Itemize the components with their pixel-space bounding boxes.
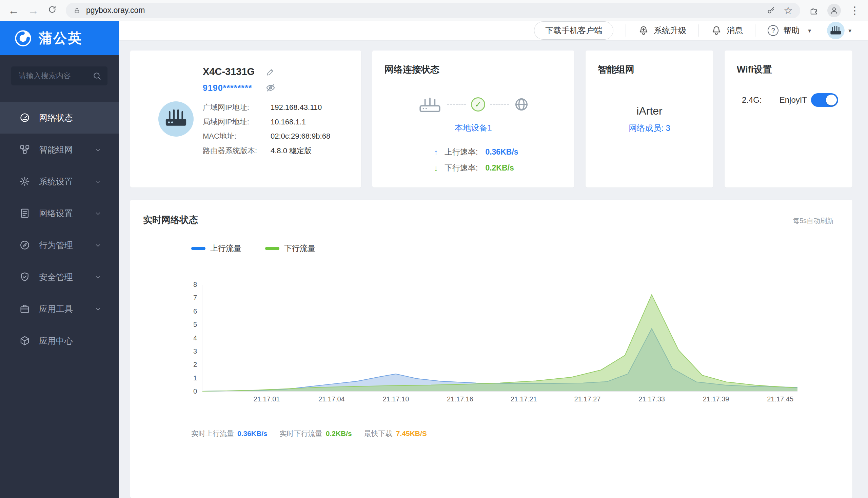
connection-status-card: 网络连接状态 ✓ 本地设备1 ↑ 上行速率: 0.36KB/s [372,51,574,187]
nodes-icon [19,144,30,155]
chart-stat-value: 0.2KB/s [326,430,352,438]
download-rate-label: 下行速率: [445,163,478,173]
upgrade-bell-icon [638,25,649,36]
person-icon [830,6,839,15]
sidebar-item-7[interactable]: 应用中心 [0,325,119,357]
chevron-down-icon [94,241,102,249]
globe-icon [514,96,529,112]
sidebar-item-6[interactable]: 应用工具 [0,293,119,325]
wifi-band-label: 2.4G: [742,95,762,105]
legend-label: 上行流量 [210,243,241,253]
chart-stat-value: 0.36KB/s [237,430,267,438]
chart-stat: 最快下载7.45KB/S [364,429,427,438]
router-image [158,101,194,136]
topbar: 下载手机客户端 系统升级 消息 ? 帮助 ▼ [119,21,868,40]
up-arrow-icon: ↑ [432,147,440,157]
sidebar-item-label: 应用工具 [39,303,73,315]
device-detail-label: 路由器系统版本: [203,146,271,156]
sidebar-item-0[interactable]: 网络状态 [0,102,119,134]
password-key-icon[interactable] [767,6,775,15]
browser-menu-icon[interactable]: ⋮ [850,4,860,16]
legend-item: 下行流量 [265,243,315,253]
x-axis-label: 21:17:10 [377,395,414,403]
back-button[interactable]: ← [8,5,19,16]
sidebar-item-3[interactable]: 网络设置 [0,197,119,229]
sidebar-menu: 网络状态智能组网系统设置网络设置行为管理安全管理应用工具应用中心 [0,102,119,357]
legend-swatch [265,247,279,250]
upload-rate-value: 0.36KB/s [485,147,518,157]
url-bar[interactable]: pgybox.oray.com ☆ [66,3,800,18]
bookmark-star-icon[interactable]: ☆ [784,4,793,16]
forward-button[interactable]: → [28,5,39,16]
sidebar-item-label: 行为管理 [39,240,73,251]
x-axis-label: 21:17:04 [313,395,350,403]
wifi-toggle[interactable] [811,93,838,107]
reload-button[interactable] [48,5,57,16]
y-axis-tick: 3 [180,348,197,355]
chart-stat: 实时上行流量0.36KB/s [191,429,267,438]
x-axis-label: 21:17:33 [633,395,670,403]
chevron-down-icon [94,178,102,185]
account-caret-icon[interactable]: ▼ [847,28,852,34]
y-axis-tick: 8 [180,281,197,288]
sidebar-item-label: 系统设置 [39,176,73,187]
extensions-puzzle-icon[interactable] [809,6,818,15]
system-upgrade-button[interactable]: 系统升级 [638,25,686,36]
chart-stat: 实时下行流量0.2KB/s [280,429,352,438]
divider [626,24,626,37]
y-axis-tick: 4 [180,334,197,342]
y-axis-tick: 5 [180,321,197,328]
refresh-note: 每5s自动刷新 [793,216,834,225]
help-caret-icon: ▼ [807,28,812,34]
wifi-settings-card: Wifi设置 2.4G: EnjoyIT [725,51,852,187]
divider [755,24,755,37]
link-dash [490,104,509,105]
y-axis-tick: 2 [180,361,197,368]
sidebar-item-label: 网络状态 [39,112,73,123]
chevron-down-icon [94,273,102,281]
check-circle-icon: ✓ [471,97,485,112]
messages-label: 消息 [727,25,743,36]
y-axis-tick: 7 [180,294,197,302]
device-detail-label: 局域网IP地址: [203,117,271,127]
page-content: X4C-3131G 9190******** 广域网IP地址:192.168.4… [119,40,868,498]
x-axis-label: 21:17:21 [505,395,542,403]
router-icon [417,95,443,114]
sidebar-item-2[interactable]: 系统设置 [0,166,119,197]
brand-logo: 蒲公英 [0,21,119,55]
x-axis-label: 21:17:01 [248,395,286,403]
download-app-button[interactable]: 下载手机客户端 [534,21,613,40]
help-icon: ? [768,25,778,36]
chart-plot: 012345678 21:17:0121:17:0421:17:1021:17:… [202,285,798,392]
sidebar-item-1[interactable]: 智能组网 [0,134,119,166]
browser-profile-avatar[interactable] [827,4,841,17]
device-detail-value: 192.168.43.110 [271,102,322,113]
network-members-link[interactable]: 网络成员: 3 [586,123,713,134]
chevron-down-icon [94,210,102,217]
system-upgrade-label: 系统升级 [654,25,686,36]
connection-card-title: 网络连接状态 [372,51,574,76]
search-icon[interactable] [93,71,101,80]
doc-icon [19,208,30,219]
messages-button[interactable]: 消息 [711,25,743,36]
sidebar: 蒲公英 网络状态智能组网系统设置网络设置行为管理安全管理应用工具应用中心 [0,21,119,498]
chart-footer: 实时上行流量0.36KB/s实时下行流量0.2KB/s最快下载7.45KB/S [191,429,852,438]
device-name: X4C-3131G [203,66,255,77]
local-device-link[interactable]: 本地设备1 [372,122,574,133]
account-avatar[interactable] [827,22,845,39]
edit-icon[interactable] [266,67,275,76]
shield-icon [19,272,30,283]
eye-off-icon[interactable] [265,83,276,93]
device-detail-rows: 广域网IP地址:192.168.43.110局域网IP地址:10.168.1.1… [203,102,351,156]
gear-icon [19,176,30,187]
device-sn: 9190******** [203,83,252,93]
chevron-down-icon [94,146,102,153]
help-button[interactable]: ? 帮助 ▼ [768,25,812,36]
sidebar-item-5[interactable]: 安全管理 [0,261,119,293]
upload-rate-label: 上行速率: [445,147,478,157]
smart-network-card-title: 智能组网 [586,51,713,76]
x-axis-label: 21:17:27 [569,395,606,403]
wifi-card-title: Wifi设置 [725,51,852,76]
sidebar-item-4[interactable]: 行为管理 [0,229,119,261]
help-label: 帮助 [783,25,800,36]
